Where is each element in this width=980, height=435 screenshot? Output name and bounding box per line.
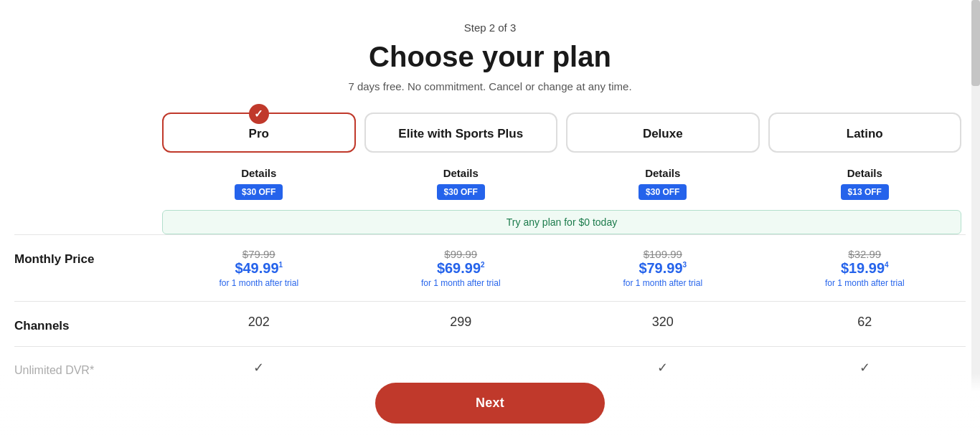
- details-link-deluxe[interactable]: Details: [645, 167, 680, 179]
- details-cell-deluxe: Details $30 OFF: [566, 158, 760, 203]
- discount-badge-deluxe: $30 OFF: [639, 184, 687, 200]
- promo-wrapper: Try any plan for $0 today: [14, 210, 966, 234]
- channels-section: Channels 202 299 320 62: [14, 301, 966, 346]
- selected-checkmark: ✓: [249, 104, 269, 124]
- plan-card-deluxe[interactable]: Deluxe: [566, 113, 760, 153]
- trial-text-latino: for 1 month after trial: [768, 278, 962, 288]
- original-price-pro: $79.99: [162, 248, 356, 260]
- plan-name-deluxe: Deluxe: [643, 127, 683, 140]
- page-title: Choose your plan: [14, 41, 966, 73]
- current-price-deluxe: $79.993: [566, 260, 760, 277]
- promo-spacer: [14, 210, 158, 234]
- channels-label: Channels: [14, 315, 158, 333]
- details-cell-pro: Details $30 OFF: [162, 158, 356, 203]
- check-icon-deluxe: ✓: [657, 360, 668, 375]
- original-price-deluxe: $109.99: [566, 248, 760, 260]
- monthly-price-section: Monthly Price $79.99 $49.991 for 1 month…: [14, 234, 966, 301]
- details-link-elite[interactable]: Details: [443, 167, 479, 179]
- next-button[interactable]: Next: [375, 383, 605, 424]
- monthly-price-label: Monthly Price: [14, 248, 158, 267]
- dvr-deluxe: ✓: [562, 360, 764, 376]
- discount-badge-elite: $30 OFF: [437, 184, 485, 200]
- plan-card-elite-sports[interactable]: Elite with Sports Plus: [364, 113, 558, 153]
- channels-elite: 299: [360, 315, 562, 330]
- current-price-latino: $19.994: [768, 260, 962, 277]
- trial-text-elite: for 1 month after trial: [364, 278, 558, 288]
- dvr-latino: ✓: [764, 360, 966, 376]
- plan-cards-row: ✓ Pro Elite with Sports Plus Deluxe Lati…: [14, 113, 966, 153]
- dvr-label: Unlimited DVR*: [14, 360, 158, 377]
- page-container: Step 2 of 3 Choose your plan 7 days free…: [0, 0, 980, 404]
- plan-name-elite-sports: Elite with Sports Plus: [398, 127, 523, 140]
- original-price-elite: $99.99: [364, 248, 558, 260]
- plan-name-pro: Pro: [249, 127, 269, 140]
- discount-badge-pro: $30 OFF: [235, 184, 283, 200]
- details-link-pro[interactable]: Details: [241, 167, 276, 179]
- price-cell-latino: $32.99 $19.994 for 1 month after trial: [764, 248, 966, 288]
- dvr-pro: ✓: [158, 360, 360, 376]
- plan-card-latino[interactable]: Latino: [768, 113, 962, 153]
- page-subtitle: 7 days free. No commitment. Cancel or ch…: [14, 80, 966, 92]
- check-icon-latino: ✓: [859, 360, 870, 375]
- price-cell-elite: $99.99 $69.992 for 1 month after trial: [360, 248, 562, 288]
- details-label-spacer: [14, 158, 158, 203]
- discount-badge-latino: $13 OFF: [841, 184, 889, 200]
- trial-text-deluxe: for 1 month after trial: [566, 278, 760, 288]
- details-link-latino[interactable]: Details: [847, 167, 882, 179]
- channels-latino: 62: [764, 315, 966, 330]
- details-row: Details $30 OFF Details $30 OFF Details …: [14, 158, 966, 203]
- trial-text-pro: for 1 month after trial: [162, 278, 356, 288]
- channels-deluxe: 320: [562, 315, 764, 330]
- current-price-elite: $69.992: [364, 260, 558, 277]
- price-cell-deluxe: $109.99 $79.993 for 1 month after trial: [562, 248, 764, 288]
- check-icon-pro: ✓: [253, 360, 264, 375]
- promo-banner: Try any plan for $0 today: [162, 210, 961, 234]
- label-spacer: [14, 113, 158, 153]
- plan-card-pro[interactable]: ✓ Pro: [162, 113, 356, 153]
- details-cell-latino: Details $13 OFF: [768, 158, 962, 203]
- details-cell-elite: Details $30 OFF: [364, 158, 558, 203]
- plan-name-latino: Latino: [847, 127, 883, 140]
- current-price-pro: $49.991: [162, 260, 356, 277]
- original-price-latino: $32.99: [768, 248, 962, 260]
- step-indicator: Step 2 of 3: [14, 21, 966, 34]
- channels-pro: 202: [158, 315, 360, 330]
- price-cell-pro: $79.99 $49.991 for 1 month after trial: [158, 248, 360, 288]
